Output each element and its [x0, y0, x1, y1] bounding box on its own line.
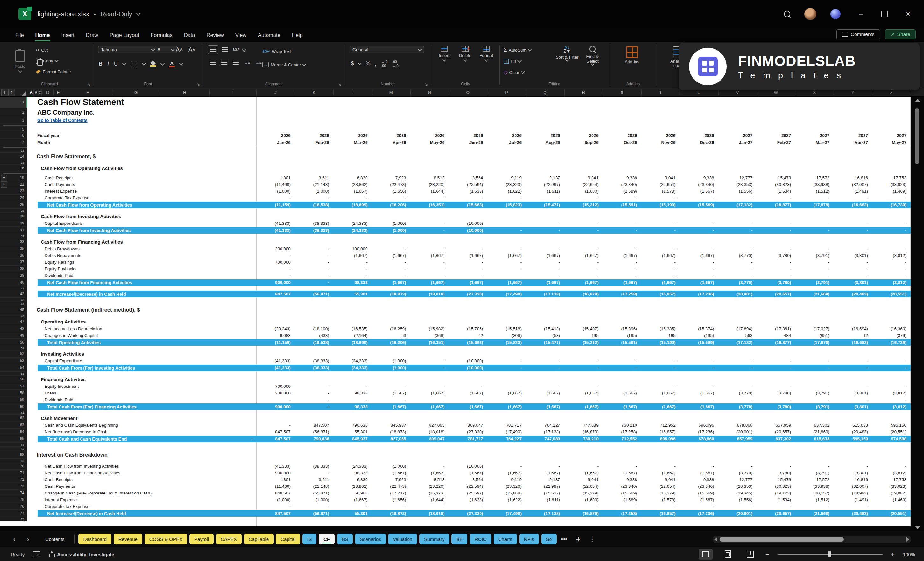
cell-value[interactable]: Aug-26 — [526, 139, 564, 146]
cell-value[interactable]: 2027 — [756, 132, 795, 139]
cell-value[interactable]: (20,157) — [795, 490, 834, 496]
row-header-66[interactable]: 66 — [0, 442, 27, 447]
row-header-32[interactable]: 32 — [0, 234, 27, 238]
cell-value[interactable]: (1,667) — [487, 403, 526, 410]
cell-value[interactable]: - — [448, 272, 487, 279]
cell-value[interactable]: 700,000 — [256, 259, 295, 266]
cell-value[interactable]: 42 — [448, 332, 487, 339]
cell-value[interactable]: 827,065 — [372, 435, 410, 442]
menu-tab-review[interactable]: Review — [202, 30, 228, 41]
sheet-tab-so[interactable]: So — [541, 534, 556, 544]
cell-value[interactable]: (1,578) — [641, 188, 680, 195]
cell-value[interactable]: - — [295, 259, 333, 266]
copy-dropdown-icon[interactable] — [54, 58, 58, 62]
cell-value[interactable]: (1,512) — [795, 188, 834, 195]
cell-value[interactable]: - — [448, 259, 487, 266]
cell-value[interactable]: 3,611 — [295, 476, 333, 483]
row-header-55[interactable]: 55 — [0, 372, 27, 376]
cell-value[interactable]: - — [756, 246, 795, 252]
cell-value[interactable]: 9,338 — [603, 476, 641, 483]
cell-value[interactable]: - — [680, 246, 718, 252]
cell-value[interactable]: (15,669) — [603, 490, 641, 496]
cell-value[interactable]: - — [526, 266, 564, 272]
row-label[interactable]: Net Increase/(Decrease) in Cash Held — [47, 510, 126, 517]
cell-value[interactable]: - — [872, 463, 910, 470]
cell-value[interactable]: 7,923 — [372, 476, 410, 483]
row-label[interactable]: Operating Activities — [41, 318, 86, 326]
cell-value[interactable]: 2026 — [564, 132, 603, 139]
cell-value[interactable]: (56,871) — [295, 510, 333, 517]
cell-value[interactable]: (16,877) — [756, 201, 795, 208]
row-label[interactable]: Cash Flow from Investing Activities — [41, 213, 121, 220]
row-header-28[interactable]: 28 — [0, 213, 27, 220]
row-header-25[interactable]: 25 — [0, 201, 27, 208]
cell-value[interactable]: Apr-27 — [834, 139, 872, 146]
cell-value[interactable]: 730,210 — [603, 422, 641, 429]
cell-value[interactable]: - — [487, 383, 526, 390]
share-button[interactable]: ↗ Share — [885, 29, 916, 39]
row-header-77[interactable]: 77 — [0, 510, 27, 517]
cell-value[interactable]: (16,535) — [333, 326, 372, 332]
clipboard-dialog-launcher[interactable]: ↘ — [87, 82, 90, 87]
cell-value[interactable]: - — [718, 259, 757, 266]
cell-value[interactable]: 9,041 — [641, 174, 680, 181]
sheet-tab-dashboard[interactable]: Dashboard — [78, 534, 111, 544]
row-header-5[interactable]: 5 — [0, 126, 27, 132]
row-header-50[interactable]: 50 — [0, 339, 27, 346]
cell-value[interactable]: 615,633 — [834, 422, 872, 429]
next-sheet-button[interactable]: › — [27, 536, 29, 543]
row-label[interactable]: Equity Investment — [45, 383, 79, 390]
cell-value[interactable]: - — [641, 266, 680, 272]
row-header-64[interactable]: 64 — [0, 429, 27, 435]
cell-value[interactable]: - — [410, 463, 449, 470]
cell-value[interactable]: (38,333) — [295, 227, 333, 234]
row-header-48[interactable]: 48 — [0, 326, 27, 332]
sheet-tab-valuation[interactable]: Valuation — [388, 534, 417, 544]
cell-value[interactable]: (33,023) — [872, 181, 910, 188]
cell-value[interactable]: 9,041 — [564, 476, 603, 483]
copy-button[interactable]: Copy — [36, 56, 71, 66]
cell-value[interactable]: - — [564, 396, 603, 403]
row-label[interactable]: Net Cash Flow from Financing Activities — [47, 279, 132, 286]
cell-value[interactable]: (17,490) — [487, 510, 526, 517]
cell-value[interactable]: - — [680, 463, 718, 470]
menu-tab-data[interactable]: Data — [180, 30, 200, 41]
cell-value[interactable]: - — [680, 383, 718, 390]
cell-value[interactable]: (15,279) — [564, 490, 603, 496]
cell-value[interactable]: (15,663) — [448, 339, 487, 346]
cell-value[interactable]: (1,556) — [718, 496, 757, 503]
cell-value[interactable]: (3,812) — [872, 252, 910, 259]
underline-dropdown-icon[interactable] — [122, 62, 126, 66]
cell-value[interactable]: (16,351) — [410, 201, 449, 208]
cell-value[interactable]: (1,491) — [834, 188, 872, 195]
row-label[interactable]: Corporate Tax Expense — [45, 503, 90, 510]
cell-value[interactable]: - — [680, 272, 718, 279]
cell-value[interactable]: (20,483) — [834, 429, 872, 435]
row-label[interactable]: Fiscal year — [37, 132, 60, 139]
cell-value[interactable]: - — [526, 220, 564, 227]
cell-value[interactable]: (1,600) — [564, 188, 603, 195]
sheet-tab-charts[interactable]: Charts — [494, 534, 517, 544]
cell-value[interactable]: - — [756, 259, 795, 266]
cell-value[interactable]: (1,667) — [564, 390, 603, 396]
cell-value[interactable]: - — [641, 364, 680, 372]
cell-value[interactable]: 696,096 — [641, 435, 680, 442]
column-header-N[interactable]: N — [428, 88, 431, 96]
fill-button[interactable]: ↓Fill — [504, 56, 531, 66]
row-header-52[interactable]: 52 — [0, 350, 27, 357]
cell-value[interactable]: 1,301 — [256, 174, 295, 181]
cell-value[interactable]: (369) — [410, 332, 449, 339]
insert-cells-button[interactable]: Insert — [434, 46, 454, 61]
cell-value[interactable]: 637,302 — [756, 435, 795, 442]
cell-value[interactable]: 8,564 — [448, 174, 487, 181]
cell-value[interactable]: (3,780) — [756, 252, 795, 259]
cut-button[interactable]: ✂Cut — [36, 45, 71, 55]
cell-value[interactable]: - — [641, 246, 680, 252]
cell-value[interactable]: (1,578) — [641, 496, 680, 503]
cell-value[interactable]: 2027 — [795, 132, 834, 139]
format-painter-button[interactable]: Format Painter — [36, 67, 71, 76]
cell-value[interactable]: Jul-26 — [487, 139, 526, 146]
row-label[interactable]: Cash Receipts — [45, 476, 73, 483]
cell-value[interactable]: (56,871) — [295, 290, 333, 298]
cell-value[interactable]: - — [448, 383, 487, 390]
